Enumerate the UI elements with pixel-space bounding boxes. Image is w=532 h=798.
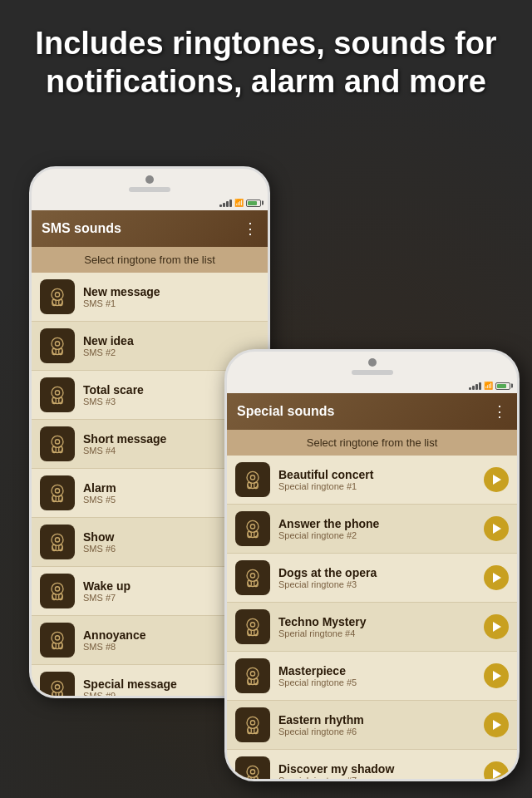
item-text: Masterpiece Special ringtone #5: [278, 664, 475, 687]
camera-icon: [145, 175, 154, 184]
play-button[interactable]: [484, 663, 509, 688]
list-header-2: Select ringtone from the list: [227, 430, 517, 456]
svg-point-16: [52, 485, 63, 496]
item-title: New message: [83, 285, 259, 298]
item-text: Eastern rhythm Special ringtone #6: [278, 713, 475, 736]
svg-point-9: [55, 391, 59, 395]
item-title: Eastern rhythm: [278, 713, 475, 727]
svg-point-49: [250, 623, 254, 627]
svg-point-37: [250, 475, 254, 480]
list-header-1: Select ringtone from the list: [32, 247, 268, 273]
item-subtitle: Special ringtone #7: [278, 776, 475, 781]
svg-point-24: [52, 583, 63, 594]
svg-point-28: [52, 632, 63, 643]
svg-point-60: [247, 766, 259, 777]
item-text: New idea SMS #2: [83, 334, 259, 357]
list-item[interactable]: Masterpiece Special ringtone #5: [227, 652, 517, 701]
item-icon: [235, 609, 270, 644]
svg-point-12: [52, 436, 63, 447]
item-icon: [235, 756, 270, 781]
signal-icon-2: [469, 382, 481, 390]
wifi-icon: 📶: [234, 199, 244, 207]
item-icon: [235, 511, 270, 546]
status-bar-2: 📶: [227, 378, 517, 393]
list-item[interactable]: New message SMS #1: [32, 273, 268, 322]
item-icon: [40, 623, 75, 658]
svg-point-44: [247, 569, 259, 581]
svg-point-33: [55, 685, 59, 689]
item-icon: [235, 707, 270, 742]
svg-point-53: [250, 672, 254, 676]
item-subtitle: Special ringtone #3: [278, 579, 475, 589]
phone-right: 📶 Special sounds ⋮ Select ringtone from …: [224, 349, 520, 781]
svg-point-32: [52, 681, 63, 692]
svg-point-40: [247, 520, 259, 532]
item-icon: [40, 574, 75, 608]
svg-point-21: [55, 538, 59, 542]
menu-button-1[interactable]: ⋮: [243, 219, 258, 238]
speaker-icon: [129, 187, 170, 192]
item-icon: [235, 462, 270, 497]
item-icon: [235, 560, 270, 595]
battery-icon: [246, 200, 261, 207]
svg-point-29: [55, 636, 59, 640]
app-bar-2: Special sounds ⋮: [227, 393, 517, 430]
list-item[interactable]: Techno Mystery Sperial ringtone #4: [227, 603, 517, 652]
speaker-icon-2: [352, 370, 393, 375]
status-bar-1: 📶: [32, 195, 268, 210]
ringtone-list-2: Beautiful concert Special ringtone #1 An…: [227, 456, 517, 781]
item-text: New message SMS #1: [83, 285, 259, 308]
item-title: Beautiful concert: [278, 468, 475, 481]
play-button[interactable]: [484, 712, 509, 737]
item-subtitle: Special ringtone #6: [278, 727, 475, 736]
app-title-2: Special sounds: [237, 404, 334, 419]
play-button[interactable]: [484, 516, 509, 541]
item-icon: [40, 525, 75, 559]
svg-point-4: [52, 337, 63, 349]
list-item[interactable]: Dogs at the opera Special ringtone #3: [227, 554, 517, 603]
list-item[interactable]: Answer the phone Special ringtone #2: [227, 505, 517, 554]
item-icon: [40, 328, 75, 363]
item-subtitle: Special ringtone #5: [278, 677, 475, 687]
item-text: Dogs at the opera Special ringtone #3: [278, 566, 475, 589]
svg-point-41: [250, 525, 254, 529]
svg-point-61: [250, 770, 254, 774]
item-text: Discover my shadow Special ringtone #7: [278, 762, 475, 781]
list-item[interactable]: Discover my shadow Special ringtone #7: [227, 750, 517, 781]
svg-point-56: [247, 717, 259, 728]
item-subtitle: Sperial ringtone #4: [278, 628, 475, 638]
item-text: Answer the phone Special ringtone #2: [278, 517, 475, 540]
play-button[interactable]: [484, 614, 509, 639]
svg-point-25: [55, 587, 59, 591]
list-item[interactable]: Eastern rhythm Special ringtone #6: [227, 701, 517, 750]
main-heading: Includes ringtones, sounds for notificat…: [33, 25, 499, 101]
svg-point-5: [55, 342, 59, 346]
svg-point-36: [247, 471, 259, 483]
svg-rect-63: [254, 777, 258, 782]
play-button[interactable]: [484, 565, 509, 590]
svg-rect-62: [248, 777, 251, 782]
phone2-screen: 📶 Special sounds ⋮ Select ringtone from …: [227, 378, 517, 781]
svg-point-48: [247, 618, 259, 630]
svg-point-52: [247, 667, 259, 679]
item-text: Techno Mystery Sperial ringtone #4: [278, 615, 475, 638]
svg-point-13: [55, 440, 59, 444]
svg-point-17: [55, 489, 59, 493]
play-button[interactable]: [484, 467, 509, 492]
svg-point-20: [52, 534, 63, 545]
svg-point-0: [52, 288, 63, 300]
item-icon: [40, 672, 75, 698]
play-button[interactable]: [484, 761, 509, 781]
item-icon: [235, 658, 270, 693]
svg-point-8: [52, 387, 63, 398]
signal-icon: [219, 200, 232, 207]
item-title: Masterpiece: [278, 664, 475, 677]
list-subtitle-2: Select ringtone from the list: [307, 436, 438, 449]
app-title-1: SMS sounds: [42, 221, 121, 236]
svg-point-45: [250, 574, 254, 578]
menu-button-2[interactable]: ⋮: [492, 402, 507, 421]
item-title: Discover my shadow: [278, 762, 475, 776]
item-title: Answer the phone: [278, 517, 475, 530]
item-title: New idea: [83, 334, 259, 347]
list-item[interactable]: Beautiful concert Special ringtone #1: [227, 456, 517, 505]
